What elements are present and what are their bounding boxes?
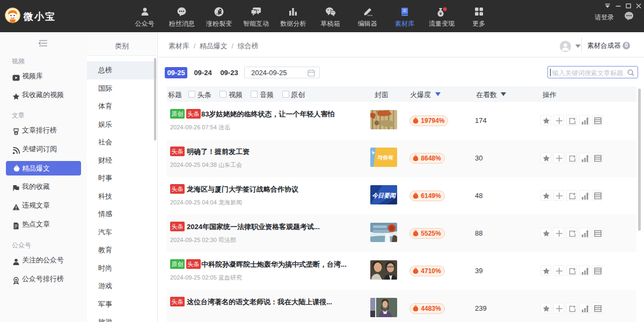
svg-text:今日要闻: 今日要闻 — [372, 192, 397, 199]
svg-text:与你有: 与你有 — [377, 155, 393, 160]
svg-text:¥: ¥ — [440, 11, 442, 16]
